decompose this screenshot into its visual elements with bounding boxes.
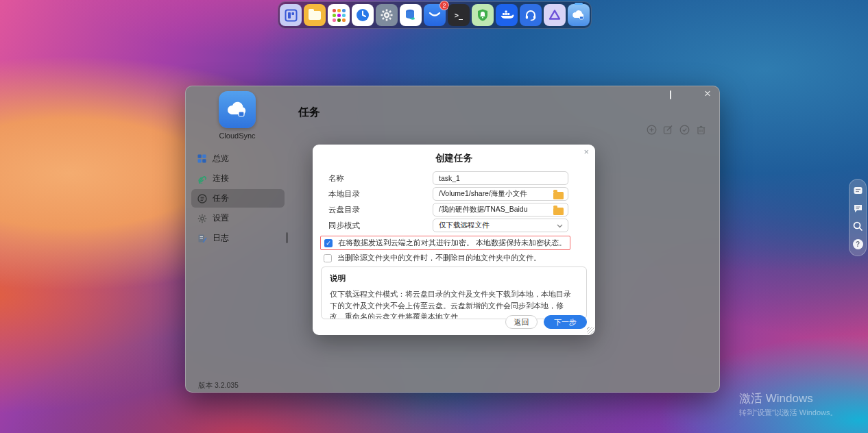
cloud-dir-field bbox=[433, 203, 568, 216]
cloudsync-logo bbox=[219, 91, 256, 128]
help-glyph: ? bbox=[853, 239, 863, 249]
workspace-icon[interactable] bbox=[280, 4, 302, 26]
control-panel-icon[interactable] bbox=[376, 4, 398, 26]
add-task-icon[interactable] bbox=[647, 125, 657, 135]
keep-files-checkbox-row[interactable]: 当删除源文件夹中的文件时，不删除目的地文件夹中的文件。 bbox=[324, 253, 541, 263]
overview-grid-icon bbox=[197, 153, 207, 164]
back-button[interactable]: 返回 bbox=[505, 315, 538, 329]
sidebar-item-label: 日志 bbox=[213, 232, 229, 244]
version-label: 版本 3.2.035 bbox=[198, 381, 239, 391]
sync-mode-select[interactable]: 仅下载远程文件 bbox=[433, 219, 568, 232]
form-row-name: 名称 bbox=[328, 171, 579, 185]
sidebar-item-overview[interactable]: 总览 bbox=[191, 149, 285, 168]
form-row-sync-mode: 同步模式 仅下载远程文件 bbox=[328, 219, 579, 232]
sidebar-nav: 总览 连接 任务 设置 日志 bbox=[191, 149, 285, 249]
active-app-indicator bbox=[575, 3, 583, 5]
cloud-dir-input[interactable] bbox=[439, 206, 555, 214]
next-button[interactable]: 下一步 bbox=[544, 315, 587, 329]
chat-icon[interactable] bbox=[852, 185, 864, 197]
side-toolbar: ? bbox=[849, 179, 867, 256]
app-name-label: CloudSync bbox=[186, 132, 289, 140]
description-box: 说明 仅下载远程文件模式：将云盘目录的文件及文件夹下载到本地，本地目录下的文件及… bbox=[321, 267, 587, 319]
local-dir-input[interactable] bbox=[439, 190, 555, 198]
sidebar-item-label: 设置 bbox=[213, 212, 229, 224]
terminal-icon[interactable]: >_ bbox=[448, 4, 470, 26]
file-manager-icon[interactable] bbox=[304, 4, 326, 26]
gear-glyph bbox=[380, 8, 394, 22]
support-icon[interactable] bbox=[520, 4, 542, 26]
top-dock: 2 >_ bbox=[278, 1, 592, 29]
security-icon[interactable] bbox=[472, 4, 494, 26]
media-app-icon[interactable] bbox=[544, 4, 566, 26]
log-document-icon bbox=[197, 233, 207, 243]
modal-button-row: 返回 下一步 bbox=[505, 315, 587, 329]
app-store-icon[interactable]: 2 bbox=[424, 4, 446, 26]
edit-task-icon[interactable] bbox=[663, 125, 673, 135]
whale-glyph bbox=[499, 8, 514, 23]
folder-glyph bbox=[309, 11, 321, 20]
name-field bbox=[433, 171, 568, 185]
cloudsync-window: × CloudSync 总览 连接 任务 设置 bbox=[185, 86, 720, 393]
chevron-down-icon bbox=[557, 224, 563, 228]
form-row-local-dir: 本地目录 bbox=[328, 187, 579, 201]
terminal-glyph: >_ bbox=[455, 12, 463, 19]
sync-mode-value: 仅下载远程文件 bbox=[439, 221, 490, 230]
workspace-glyph bbox=[285, 9, 298, 22]
start-task-icon[interactable] bbox=[679, 125, 690, 135]
cloud-dir-label: 云盘目录 bbox=[328, 205, 433, 215]
window-close-button[interactable]: × bbox=[704, 87, 711, 101]
cloud-lock-logo-glyph bbox=[226, 98, 249, 121]
shield-bell-glyph bbox=[476, 8, 490, 22]
encrypt-checkbox[interactable]: ✓ bbox=[324, 239, 333, 247]
backup-clock-icon[interactable] bbox=[352, 4, 374, 26]
name-input[interactable] bbox=[439, 174, 562, 182]
pocket-glyph bbox=[428, 8, 442, 22]
task-toolbar bbox=[647, 125, 706, 135]
watermark-line2: 转到"设置"以激活 Windows。 bbox=[739, 408, 838, 418]
create-task-modal: × 创建任务 名称 本地目录 云盘目录 同步模式 仅下载远程文 bbox=[313, 145, 595, 335]
form-row-cloud-dir: 云盘目录 bbox=[328, 203, 579, 216]
encrypt-checkbox-label: 在将数据发送到云端之前对其进行加密。 本地数据保持未加密状态。 bbox=[338, 238, 566, 248]
windows-activation-watermark: 激活 Windows 转到"设置"以激活 Windows。 bbox=[739, 391, 838, 418]
minimize-button[interactable] bbox=[670, 90, 671, 99]
keep-files-checkbox[interactable] bbox=[324, 254, 332, 262]
name-label: 名称 bbox=[328, 173, 433, 184]
help-icon[interactable]: ? bbox=[852, 238, 864, 250]
database-glyph bbox=[404, 8, 418, 22]
clock-glyph bbox=[355, 8, 370, 23]
sidebar-item-logs[interactable]: 日志 bbox=[191, 229, 285, 247]
sidebar-item-label: 任务 bbox=[213, 193, 229, 204]
headset-glyph bbox=[524, 8, 538, 22]
browse-folder-icon[interactable] bbox=[553, 192, 564, 199]
cloud-sync-icon[interactable] bbox=[568, 4, 590, 26]
app-grid-glyph bbox=[333, 9, 346, 22]
sidebar-item-label: 总览 bbox=[213, 153, 229, 164]
page-title: 任务 bbox=[298, 106, 320, 120]
encrypt-checkbox-row[interactable]: ✓ 在将数据发送到云端之前对其进行加密。 本地数据保持未加密状态。 bbox=[320, 236, 570, 250]
sidebar-item-connection[interactable]: 连接 bbox=[191, 169, 285, 188]
modal-resize-handle[interactable] bbox=[587, 327, 594, 334]
task-list-icon bbox=[197, 193, 207, 203]
sync-mode-label: 同步模式 bbox=[328, 221, 433, 231]
watermark-line1: 激活 Windows bbox=[739, 391, 838, 406]
modal-title: 创建任务 bbox=[313, 152, 595, 164]
browse-folder-icon[interactable] bbox=[553, 208, 564, 215]
cloud-lock-glyph bbox=[571, 8, 586, 23]
keep-files-checkbox-label: 当删除源文件夹中的文件时，不删除目的地文件夹中的文件。 bbox=[337, 253, 541, 263]
gear-icon bbox=[197, 213, 207, 223]
sidebar-item-tasks[interactable]: 任务 bbox=[191, 189, 285, 208]
app-center-icon[interactable] bbox=[328, 4, 350, 26]
docker-icon[interactable] bbox=[496, 4, 518, 26]
triangle-glyph bbox=[548, 8, 562, 22]
sidebar-scrollbar-thumb[interactable] bbox=[286, 232, 288, 243]
search-icon[interactable] bbox=[852, 220, 864, 232]
local-dir-field bbox=[433, 187, 568, 201]
resource-monitor-icon[interactable] bbox=[400, 4, 422, 26]
description-title: 说明 bbox=[330, 273, 578, 284]
delete-task-icon[interactable] bbox=[696, 125, 706, 135]
local-dir-label: 本地目录 bbox=[328, 189, 433, 199]
feedback-icon[interactable] bbox=[852, 203, 864, 215]
sidebar-item-label: 连接 bbox=[213, 173, 229, 184]
link-icon bbox=[197, 173, 207, 184]
sidebar-item-settings[interactable]: 设置 bbox=[191, 209, 285, 227]
